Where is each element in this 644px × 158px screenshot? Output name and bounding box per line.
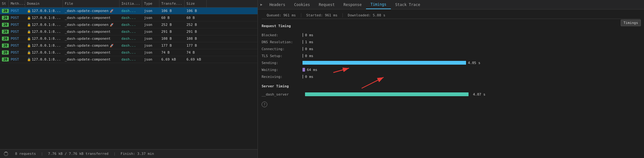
cell-domain: 🔒 127.0.0.1:8... (25, 35, 63, 42)
table-row[interactable]: 20 POST 🔒 127.0.0.1:8... _dash-update-co… (0, 42, 258, 49)
tick-line (303, 40, 303, 44)
cell-type: json (142, 21, 159, 28)
cell-status: 20 (0, 42, 9, 49)
lock-icon: 🔒 (27, 23, 31, 26)
cell-initia: dash... (119, 8, 142, 14)
table-row[interactable]: 20 POST 🔒 127.0.0.1:8... _dash-update-co… (0, 28, 258, 35)
lock-icon: 🔒 (27, 37, 31, 40)
col-header-size: Size (185, 0, 207, 7)
cell-status: 20 (0, 15, 9, 21)
timing-label: Waiting: (262, 68, 303, 72)
cell-size: 60 B (185, 15, 207, 21)
timing-value: 1 ms (305, 40, 314, 44)
timing-bar-wrap: 0 ms (303, 75, 640, 79)
tab-stack-trace[interactable]: Stack Trace (391, 0, 425, 9)
cell-transfer: 74 B (159, 49, 185, 56)
started-item: Started: 961 ms (301, 13, 343, 17)
cell-file: _dash-update-componen 🚀 (63, 42, 119, 49)
cell-transfer: 60 B (159, 15, 185, 21)
network-panel: St Meth... Domain File Initia... Type Tr… (0, 0, 258, 158)
cell-initia: dash... (119, 56, 142, 63)
status-badge: 20 (2, 50, 9, 55)
cell-method: POST (9, 56, 25, 63)
cell-initia: dash... (119, 49, 142, 56)
lock-icon: 🔒 (27, 58, 31, 61)
cell-method: POST (9, 8, 25, 14)
table-row[interactable]: 20 POST 🔒 127.0.0.1:8... _dash-update-co… (0, 15, 258, 21)
cell-method: POST (9, 42, 25, 49)
push-icon: 🚀 (110, 9, 114, 13)
cell-domain: 🔒 127.0.0.1:8... (25, 49, 63, 56)
timing-value: 0 ms (305, 33, 314, 37)
table-row[interactable]: 20 POST 🔒 127.0.0.1:8... _dash-update-co… (0, 49, 258, 56)
lock-icon: 🔒 (27, 9, 31, 13)
cell-domain: 🔒 127.0.0.1:8... (25, 15, 63, 21)
col-header-domain: Domain (25, 0, 63, 7)
tab-timings[interactable]: Timings (366, 0, 391, 9)
cell-size: 106 B (185, 8, 207, 14)
timing-label: Receiving: (262, 75, 303, 79)
timing-row: Waiting: 64 ms (262, 67, 640, 73)
timing-row: Receiving: 0 ms (262, 73, 640, 80)
cell-transfer: 252 B (159, 21, 185, 28)
cell-transfer: 6.69 kB (159, 56, 185, 63)
cell-initia: dash... (119, 42, 142, 49)
cell-file: _dash-update-component (63, 35, 119, 42)
cell-size: 291 B (185, 28, 207, 35)
col-header-transfer: Transfe... (159, 0, 185, 7)
timings-tooltip-badge: Timings (621, 20, 641, 26)
timing-bar-wrap: 0 ms (303, 47, 640, 51)
help-icon[interactable]: ? (262, 102, 267, 107)
tick-line (303, 33, 303, 37)
lock-icon: 🔒 (27, 30, 31, 33)
status-badge: 20 (2, 23, 9, 27)
timing-bar-wrap: 64 ms (303, 68, 640, 72)
cell-size: 177 B (185, 42, 207, 49)
timing-row: Sending: 4.05 s (262, 60, 640, 66)
cell-status: 20 (0, 35, 9, 42)
tick-line (303, 54, 303, 58)
timing-bar-wrap: 0 ms (303, 33, 640, 37)
cell-method: POST (9, 28, 25, 35)
timing-label: Connecting: (262, 47, 303, 51)
tabs-row: ▶ Headers Cookies Request Response Timin… (258, 0, 644, 9)
tab-cookies[interactable]: Cookies (290, 0, 314, 9)
cell-type: json (142, 35, 159, 42)
server-timing-bar-area: 4.07 s (305, 92, 640, 97)
cell-method: POST (9, 35, 25, 42)
cell-size: 252 B (185, 21, 207, 28)
table-row[interactable]: 20 POST 🔒 127.0.0.1:8... _dash-update-co… (0, 8, 258, 15)
transfer-info: 7.76 kB / 7.76 kB transferred (48, 152, 108, 156)
cell-size: 74 B (185, 49, 207, 56)
cell-transfer: 106 B (159, 8, 185, 14)
table-row[interactable]: 20 POST 🔒 127.0.0.1:8... _dash-update-co… (0, 35, 258, 42)
push-icon: 🚀 (110, 23, 114, 26)
cell-type: json (142, 15, 159, 21)
table-header: St Meth... Domain File Initia... Type Tr… (0, 0, 258, 8)
lock-icon: 🔒 (27, 51, 31, 54)
status-badge: 20 (2, 9, 9, 13)
tab-headers[interactable]: Headers (265, 0, 290, 9)
cell-domain: 🔒 127.0.0.1:8... (25, 28, 63, 35)
tab-response[interactable]: Response (339, 0, 366, 9)
tab-request[interactable]: Request (314, 0, 339, 9)
table-row[interactable]: 20 POST 🔒 127.0.0.1:8... _dash-update-co… (0, 56, 258, 63)
queued-item: Queued: 961 ms (262, 13, 301, 17)
cell-domain: 🔒 127.0.0.1:8... (25, 8, 63, 14)
col-header-file: File (63, 0, 119, 7)
server-timing-label: __dash_server (262, 92, 303, 97)
cell-file: _dash-update-componen 🚀 (63, 8, 119, 14)
server-timing-header: Server Timing (262, 84, 640, 88)
tick-line (303, 47, 303, 51)
finish-info: Finish: 3.37 min (121, 152, 154, 156)
main-container: St Meth... Domain File Initia... Type Tr… (0, 0, 644, 158)
timings-content: Queued: 961 ms Started: 961 ms Downloade… (258, 9, 644, 158)
timing-value: 64 ms (307, 68, 317, 72)
timing-value: 0 ms (305, 47, 314, 51)
status-badge: 20 (2, 44, 9, 48)
cell-initia: dash... (119, 35, 142, 42)
cell-file: _dash-update-componen 🚀 (63, 21, 119, 28)
timing-value: 0 ms (305, 75, 314, 79)
bar-waiting (303, 68, 305, 72)
table-row[interactable]: 20 POST 🔒 127.0.0.1:8... _dash-update-co… (0, 21, 258, 28)
